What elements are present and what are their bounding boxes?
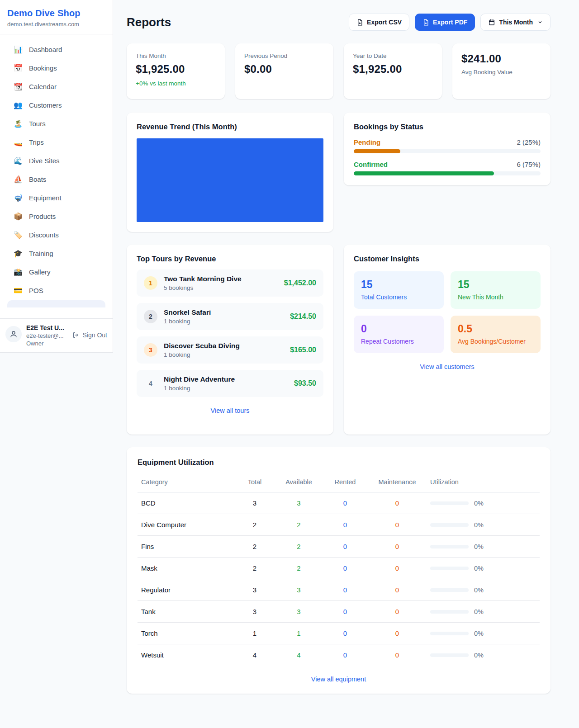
tour-bookings: 1 booking bbox=[164, 351, 284, 358]
table-row: BCD 3 3 0 0 0% bbox=[138, 492, 540, 514]
progress-fill bbox=[354, 149, 400, 153]
sidebar-item-trips[interactable]: 🚤 Trips bbox=[4, 133, 109, 151]
sidebar-item-training[interactable]: 🎓 Training bbox=[4, 245, 109, 262]
bookings-by-status-card: Bookings by Status Pending 2 (25%) Confi… bbox=[344, 113, 551, 185]
sidebar-item-tours[interactable]: 🏝️ Tours bbox=[4, 115, 109, 132]
page-title: Reports bbox=[127, 15, 171, 29]
stat-card-avg-booking-value: $241.00 Avg Booking Value bbox=[452, 43, 551, 99]
col-category: Category bbox=[138, 475, 234, 492]
utilization-track bbox=[430, 588, 469, 592]
sidebar-nav: 📊 Dashboard 📅 Bookings 📆 Calendar 👥 Cust… bbox=[0, 34, 113, 318]
sidebar-item-label: Products bbox=[29, 213, 56, 220]
view-all-tours-link[interactable]: View all tours bbox=[137, 407, 323, 414]
tour-bookings: 1 booking bbox=[164, 318, 284, 325]
file-icon bbox=[422, 19, 429, 26]
utilization-label: 0% bbox=[474, 586, 484, 594]
equipment-utilization-card: Equipment Utilization Category Total Ava… bbox=[127, 447, 551, 694]
cell-maintenance: 0 bbox=[368, 579, 427, 601]
sidebar-item-bookings[interactable]: 📅 Bookings bbox=[4, 59, 109, 77]
tour-name: Two Tank Morning Dive bbox=[164, 275, 278, 283]
camera-icon: 📸 bbox=[14, 268, 23, 276]
cell-utilization: 0% bbox=[427, 644, 540, 666]
rank-badge: 1 bbox=[144, 276, 157, 290]
top-tours-card: Top Tours by Revenue 1 Two Tank Morning … bbox=[127, 245, 333, 435]
cell-utilization: 0% bbox=[427, 492, 540, 514]
bookings-icon: 📅 bbox=[14, 64, 23, 72]
sign-out-button[interactable]: Sign Out bbox=[72, 331, 107, 339]
sidebar-item-pos[interactable]: 💳 POS bbox=[4, 282, 109, 299]
sidebar-item-label: POS bbox=[29, 287, 43, 294]
stat-value: $0.00 bbox=[244, 63, 324, 76]
tour-name: Night Dive Adventure bbox=[164, 375, 288, 383]
cell-category: Dive Computer bbox=[138, 514, 234, 536]
cell-total: 1 bbox=[234, 623, 275, 644]
cell-maintenance: 0 bbox=[368, 492, 427, 514]
stat-label: Previous Period bbox=[244, 52, 324, 59]
sidebar-item-products[interactable]: 📦 Products bbox=[4, 208, 109, 225]
utilization-label: 0% bbox=[474, 630, 484, 637]
sidebar-item-boats[interactable]: ⛵ Boats bbox=[4, 170, 109, 188]
sidebar-item-label: Gallery bbox=[29, 268, 51, 276]
rank-badge: 4 bbox=[144, 377, 157, 390]
sidebar-item-label: Trips bbox=[29, 138, 44, 146]
sidebar-item-customers[interactable]: 👥 Customers bbox=[4, 96, 109, 114]
status-label: Confirmed bbox=[354, 161, 388, 168]
cell-available: 3 bbox=[275, 492, 323, 514]
cell-utilization: 0% bbox=[427, 601, 540, 623]
stat-card-previous-period: Previous Period $0.00 bbox=[235, 43, 333, 99]
main-content: Reports Export CSV Export PDF bbox=[113, 0, 579, 712]
status-count: 2 (25%) bbox=[517, 138, 541, 146]
sidebar-item-gallery[interactable]: 📸 Gallery bbox=[4, 263, 109, 281]
utilization-label: 0% bbox=[474, 500, 484, 507]
view-all-equipment-link[interactable]: View all equipment bbox=[138, 676, 540, 683]
view-all-customers-link[interactable]: View all customers bbox=[354, 363, 541, 370]
table-row: Tank 3 3 0 0 0% bbox=[138, 601, 540, 623]
customer-insights-title: Customer Insights bbox=[354, 255, 541, 263]
utilization-label: 0% bbox=[474, 521, 484, 529]
sidebar-item-calendar[interactable]: 📆 Calendar bbox=[4, 78, 109, 95]
tile-value: 0.5 bbox=[458, 323, 533, 335]
sidebar-item-dashboard[interactable]: 📊 Dashboard bbox=[4, 41, 109, 58]
period-dropdown[interactable]: This Month bbox=[480, 14, 551, 31]
sidebar-item-equipment[interactable]: 🤿 Equipment bbox=[4, 189, 109, 207]
utilization-label: 0% bbox=[474, 543, 484, 550]
app-layout: Demo Dive Shop demo.test.divestreams.com… bbox=[0, 0, 579, 712]
sidebar-active-item-partial[interactable] bbox=[7, 300, 105, 307]
file-icon bbox=[356, 19, 363, 26]
cell-rented: 0 bbox=[323, 601, 368, 623]
charts-row: Revenue Trend (This Month) Bookings by S… bbox=[127, 113, 551, 232]
tour-revenue: $165.00 bbox=[290, 346, 316, 354]
user-email: e2e-tester@... bbox=[26, 332, 68, 339]
tour-row: 3 Discover Scuba Diving 1 booking $165.0… bbox=[137, 336, 323, 364]
cell-total: 3 bbox=[234, 492, 275, 514]
export-csv-label: Export CSV bbox=[367, 19, 402, 26]
cell-available: 2 bbox=[275, 536, 323, 558]
sidebar-item-label: Discounts bbox=[29, 231, 59, 239]
export-pdf-button[interactable]: Export PDF bbox=[415, 14, 475, 31]
cell-category: Fins bbox=[138, 536, 234, 558]
cell-available: 1 bbox=[275, 623, 323, 644]
export-csv-button[interactable]: Export CSV bbox=[349, 14, 409, 31]
cell-maintenance: 0 bbox=[368, 514, 427, 536]
tour-row: 2 Snorkel Safari 1 booking $214.50 bbox=[137, 303, 323, 330]
cell-category: Torch bbox=[138, 623, 234, 644]
sidebar-item-label: Training bbox=[29, 250, 53, 257]
calendar-icon bbox=[488, 19, 495, 26]
wave-icon: 🌊 bbox=[14, 156, 23, 165]
tour-revenue: $1,452.00 bbox=[284, 279, 316, 287]
credit-card-icon: 💳 bbox=[14, 286, 23, 295]
user-name: E2E Test U... bbox=[26, 324, 68, 331]
progress-track bbox=[354, 171, 541, 175]
sailboat-icon: ⛵ bbox=[14, 175, 23, 184]
user-panel: E2E Test U... e2e-tester@... Owner Sign … bbox=[0, 318, 113, 352]
sidebar-item-discounts[interactable]: 🏷️ Discounts bbox=[4, 226, 109, 244]
cell-available: 4 bbox=[275, 644, 323, 666]
cell-category: Regulator bbox=[138, 579, 234, 601]
stat-label: This Month bbox=[136, 52, 216, 59]
tile-avg-bookings-customer: 0.5 Avg Bookings/Customer bbox=[451, 316, 541, 353]
utilization-track bbox=[430, 632, 469, 635]
stats-row: This Month $1,925.00 +0% vs last month P… bbox=[127, 43, 551, 99]
col-total: Total bbox=[234, 475, 275, 492]
sidebar-item-dive-sites[interactable]: 🌊 Dive Sites bbox=[4, 152, 109, 170]
status-label: Pending bbox=[354, 138, 380, 146]
